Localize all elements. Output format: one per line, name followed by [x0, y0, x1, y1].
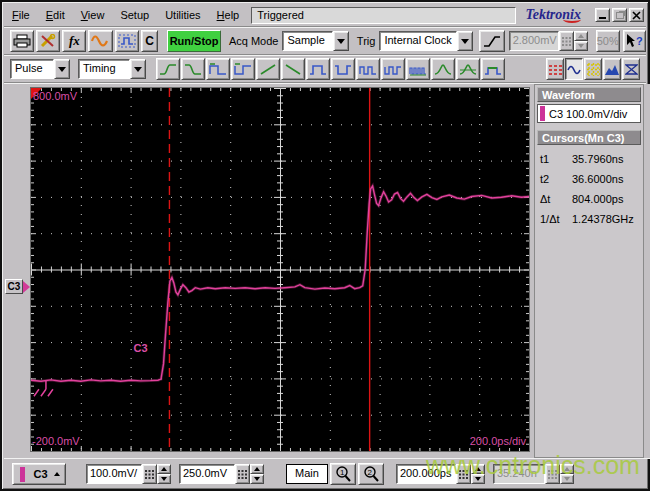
pulse-train-button[interactable] — [381, 58, 405, 80]
neg-pulse-button[interactable] — [331, 58, 355, 80]
minimize-icon — [599, 11, 606, 19]
arrow-down-icon — [161, 477, 167, 481]
rise-time-button[interactable] — [156, 58, 180, 80]
meas-source-dropdown-arrow[interactable] — [54, 59, 70, 79]
step-down-button[interactable] — [471, 474, 485, 484]
fall-slope-icon — [284, 63, 302, 76]
pulse-setup-button[interactable] — [115, 30, 139, 52]
restore-icon — [616, 12, 624, 19]
bell-button[interactable] — [456, 58, 480, 80]
vertical-offset-field[interactable]: 250.0mV — [179, 464, 235, 484]
tools-icon — [40, 34, 56, 48]
arrow-down-icon — [578, 44, 584, 48]
keypad-icon — [145, 470, 154, 479]
zoom1-button[interactable]: 1 — [330, 463, 356, 485]
rise-slope-button[interactable] — [256, 58, 280, 80]
fall-time-button[interactable] — [181, 58, 205, 80]
channel-readout[interactable]: C3 100.0mV/div — [537, 104, 641, 123]
cursor-display-button[interactable] — [546, 58, 564, 80]
waveform-display[interactable]: 800.0mV -200.0mV 200.0ps/div C3 — [30, 87, 530, 452]
menu-utilities[interactable]: Utilities — [157, 6, 208, 25]
step-up-button[interactable] — [157, 464, 171, 474]
menu-setup[interactable]: Setup — [112, 6, 157, 25]
meas-category-dropdown-arrow[interactable] — [130, 59, 146, 79]
menu-help[interactable]: Help — [209, 6, 248, 25]
readout-label: t1 — [540, 153, 572, 165]
math-function-button[interactable]: fx — [62, 30, 86, 52]
readout-label: Δt — [540, 193, 572, 205]
vertical-offset-spinner: 250.0mV — [179, 464, 264, 484]
oscilloscope-window: File Edit View Setup Utilities Help Trig… — [0, 0, 650, 491]
print-button[interactable] — [10, 30, 34, 52]
flattop-icon — [484, 63, 502, 76]
step-up-button[interactable] — [471, 464, 485, 474]
neg-width-button[interactable] — [231, 58, 255, 80]
trig-label: Trig — [357, 35, 376, 47]
channel-color-stripe — [540, 106, 545, 121]
timebase-field[interactable]: 200.000ps — [396, 464, 456, 484]
zoom2-button[interactable]: 2 — [358, 463, 384, 485]
pos-width-button[interactable] — [206, 58, 230, 80]
keypad-button[interactable] — [142, 464, 157, 484]
eye-diagram-button[interactable] — [622, 58, 640, 80]
histogram-button[interactable] — [603, 58, 621, 80]
run-stop-button[interactable]: Run/Stop — [167, 30, 221, 52]
menu-edit[interactable]: Edit — [38, 6, 73, 25]
menu-file[interactable]: File — [4, 6, 38, 25]
horizontal-mode-field: Main — [286, 464, 328, 484]
context-help-button[interactable]: ? — [623, 30, 646, 52]
menu-view[interactable]: View — [73, 6, 113, 25]
tools-button[interactable] — [36, 30, 60, 52]
meas-category-select[interactable]: Timing — [78, 59, 146, 79]
cursor-lines-icon — [549, 63, 562, 76]
meas-source-value: Pulse — [10, 59, 54, 79]
channel-scale-text: C3 100.0mV/div — [549, 108, 627, 120]
trigger-slope-button[interactable] — [479, 30, 505, 52]
printer-icon — [13, 34, 31, 48]
histogram-icon — [605, 63, 619, 76]
svg-text:2: 2 — [368, 468, 373, 477]
horizontal-position-spinner: 35.240n — [493, 464, 574, 484]
keypad-button — [545, 464, 560, 484]
step-up-button[interactable] — [250, 464, 264, 474]
main-toolbar: fx C Run/Stop Acq Mode Sample Trig Inter… — [4, 28, 646, 55]
burst-button[interactable] — [406, 58, 430, 80]
rise-slope-icon — [259, 63, 277, 76]
acq-mode-select[interactable]: Sample — [282, 31, 348, 51]
pulse-pair-button[interactable] — [356, 58, 380, 80]
meas-source-select[interactable]: Pulse — [10, 59, 70, 79]
step-up-button — [560, 464, 574, 474]
trig-dropdown-arrow[interactable] — [457, 31, 473, 51]
fall-time-icon — [184, 63, 202, 76]
acq-mode-dropdown-arrow[interactable] — [333, 31, 349, 51]
clear-button[interactable]: C — [141, 30, 159, 52]
keypad-button[interactable] — [456, 464, 471, 484]
waveform-style-button[interactable] — [565, 58, 583, 80]
pos-pulse-button[interactable] — [306, 58, 330, 80]
maximize-button — [612, 8, 627, 22]
flattop-button[interactable] — [481, 58, 505, 80]
close-icon — [632, 11, 641, 20]
ground-reference-icon — [34, 380, 53, 396]
trigger-level-stepper — [574, 31, 588, 51]
readout-value: 804.000ps — [572, 193, 623, 205]
timebase-stepper — [471, 464, 485, 484]
step-down-button[interactable] — [157, 474, 171, 484]
peak-button[interactable] — [431, 58, 455, 80]
channel-select-button[interactable]: C3 — [12, 463, 66, 485]
minimize-button[interactable] — [595, 8, 610, 22]
meas-category-value: Timing — [78, 59, 130, 79]
graticule-button[interactable] — [584, 58, 602, 80]
step-down-button[interactable] — [250, 474, 264, 484]
horizontal-position-field: 35.240n — [493, 464, 545, 484]
fall-slope-button[interactable] — [281, 58, 305, 80]
channel-marker[interactable]: C3 — [5, 279, 30, 295]
trig-source-select[interactable]: Internal Clock — [379, 31, 472, 51]
vertical-scale-field[interactable]: 100.0mV/ — [86, 464, 142, 484]
keypad-button[interactable] — [235, 464, 250, 484]
vertical-offset-stepper — [250, 464, 264, 484]
waveform-display-button[interactable] — [88, 30, 112, 52]
sine-icon — [567, 63, 581, 76]
close-button[interactable] — [629, 8, 644, 22]
readout-row-dt: Δt 804.000ps — [537, 193, 641, 205]
